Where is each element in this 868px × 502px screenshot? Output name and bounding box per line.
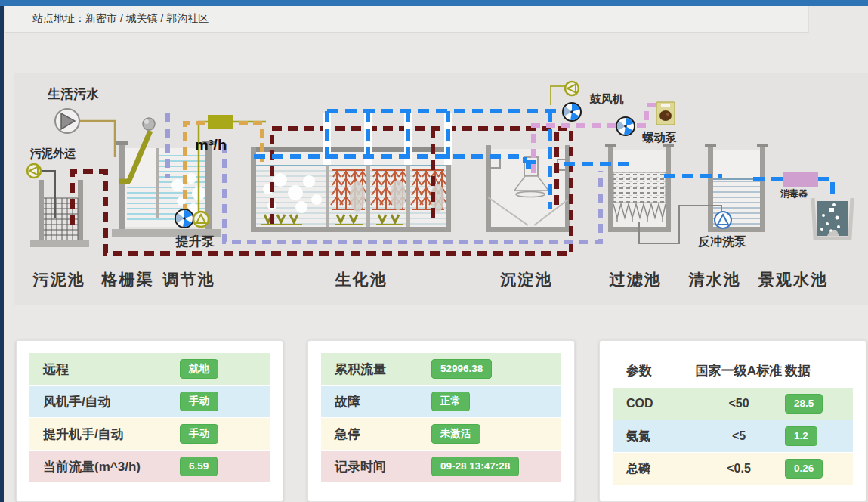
stage-label-bio-tank: 生化池: [335, 269, 388, 290]
stage-label-sludge-tank: 污泥池: [33, 269, 85, 290]
flow-unit-label: m³/h: [195, 137, 227, 154]
status-panel: 累积流量 52996.38 故障 正常 急停 未激活 记录时间 09-28 13…: [307, 340, 575, 502]
param-standard: <0.5: [693, 462, 785, 476]
blower-label: 鼓风机: [590, 92, 624, 107]
row-label: 提升机手/自动: [43, 426, 180, 443]
table-row: 故障 正常: [321, 386, 561, 417]
stage-label-clean-water: 清水池: [689, 269, 741, 290]
row-label: 故障: [335, 393, 431, 411]
left-accent-bar: [0, 6, 4, 502]
blower-fan-icon: [563, 103, 581, 121]
column-header: 参数: [626, 362, 693, 380]
inflow-pump-icon: [55, 109, 79, 133]
param-name: 氨氮: [626, 429, 693, 445]
backwash-pump-icon: [715, 212, 731, 228]
site-address-header: 站点地址：新密市 / 城关镇 / 郭沟社区: [5, 6, 809, 33]
timestamp-badge: 09-28 13:47:28: [431, 457, 519, 476]
stage-label-equalization: 调节池: [163, 269, 215, 290]
landscape-pond: [813, 198, 852, 238]
site-address-label: 站点地址：新密市 / 城关镇 / 郭沟社区: [32, 12, 209, 26]
lift-pump-label: 提升泵: [176, 233, 215, 250]
status-badge[interactable]: 就地: [180, 359, 218, 379]
row-label: 记录时间: [335, 458, 431, 476]
bio-tank: [251, 147, 451, 232]
inflow-pipe: [80, 121, 115, 157]
quality-header-row: 参数 国家一级A标准 数据: [613, 353, 853, 388]
row-label: 风机手/自动: [43, 393, 180, 411]
water-quality-panel: 参数 国家一级A标准 数据 COD <50 28.5 氨氮 <5 1.2 总磷 …: [599, 340, 866, 502]
param-standard: <5: [693, 429, 785, 443]
stage-label-landscape-pond: 景观水池: [758, 269, 828, 290]
sludge-out-pump-icon: [27, 164, 41, 178]
row-label: 急停: [335, 426, 431, 443]
table-row: 累积流量 52996.38: [321, 353, 561, 385]
stage-label-screen-channel: 格栅渠: [102, 269, 154, 290]
flow-meter-icon: [208, 115, 233, 129]
table-row: 远程 就地: [29, 353, 270, 385]
blower-fan2-icon: [616, 117, 635, 135]
value-badge: 6.59: [180, 457, 218, 476]
value-badge: 52996.38: [431, 359, 492, 379]
status-badge[interactable]: 手动: [180, 392, 218, 411]
row-label: 累积流量: [335, 361, 431, 378]
value-badge: 1.2: [785, 426, 817, 446]
param-standard: <50: [693, 397, 785, 411]
table-row: 提升机手/自动 手动: [29, 418, 270, 450]
control-panel: 远程 就地 风机手/自动 手动 提升机手/自动 手动 当前流量(m^3/h) 6…: [16, 340, 283, 502]
table-row: COD <50 28.5: [613, 388, 853, 420]
table-row: 总磷 <0.5 0.26: [613, 453, 853, 485]
disinfector-icon: [783, 172, 818, 187]
blower-pump-icon: [565, 82, 579, 95]
value-badge: 0.26: [785, 459, 823, 479]
row-label: 当前流量(m^3/h): [43, 458, 180, 476]
sludge-tank: [30, 180, 89, 247]
peristaltic-pump-label: 螺动泵: [643, 131, 677, 145]
backwash-pump-label: 反冲洗泵: [698, 234, 746, 250]
column-header: 数据: [785, 362, 842, 380]
value-badge: 28.5: [785, 394, 823, 414]
stage-label-filter-tank: 过滤池: [610, 269, 662, 290]
top-accent-bar: [0, 0, 868, 6]
param-name: 总磷: [626, 461, 693, 477]
table-row: 氨氮 <5 1.2: [613, 420, 853, 452]
peristaltic-pump-icon: [656, 102, 675, 125]
column-header: 国家一级A标准: [693, 362, 785, 380]
filter-tank: [605, 144, 674, 232]
table-row: 急停 未激活: [321, 418, 561, 450]
blower-link-pipe: [551, 86, 565, 105]
disinfector-label: 消毒器: [780, 187, 808, 200]
row-label: 远程: [43, 361, 180, 378]
inflow-label: 生活污水: [48, 85, 99, 103]
process-flow-diagram: 生活污水 污泥外运 m³/h 提升泵 鼓风机 螺动泵 反冲洗泵 消毒器 污泥池 …: [14, 73, 868, 305]
sludge-out-label: 污泥外运: [30, 147, 76, 161]
stage-label-settling-tank: 沉淀池: [501, 269, 553, 290]
table-row: 记录时间 09-28 13:47:28: [321, 451, 561, 482]
status-badge: 未激活: [431, 424, 480, 444]
status-badge[interactable]: 手动: [180, 424, 218, 444]
table-row: 风机手/自动 手动: [29, 386, 270, 417]
param-name: COD: [626, 397, 693, 411]
table-row: 当前流量(m^3/h) 6.59: [29, 451, 270, 482]
status-badge: 正常: [431, 392, 470, 411]
